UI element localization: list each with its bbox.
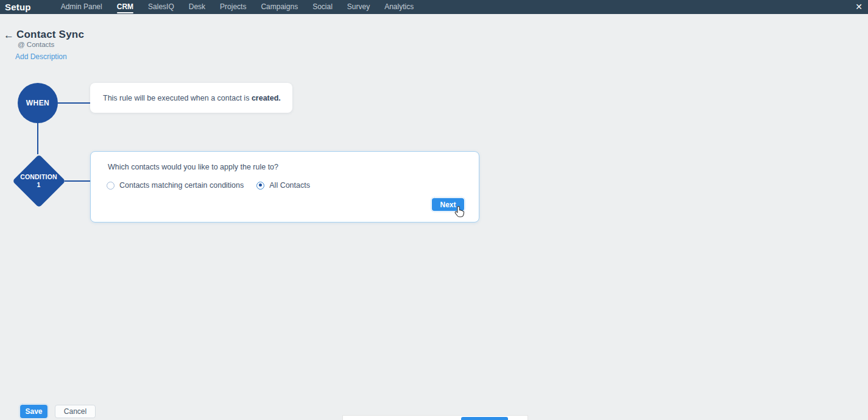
page-title: Contact Sync (16, 29, 84, 41)
module-subtitle: @ Contacts (18, 41, 54, 48)
bottom-dialog-button[interactable] (461, 417, 508, 420)
radio-option-1[interactable]: All Contacts (256, 181, 310, 190)
radio-option-0-label: Contacts matching certain conditions (119, 181, 244, 190)
top-navbar: Setup Admin Panel CRM SalesIQ Desk Proje… (0, 0, 868, 14)
radio-unselected-icon[interactable] (107, 182, 115, 190)
nav-item-salesiq[interactable]: SalesIQ (148, 0, 174, 14)
condition-question: Which contacts would you like to apply t… (108, 163, 278, 171)
nav-item-analytics[interactable]: Analytics (384, 0, 414, 14)
cancel-button[interactable]: Cancel (55, 405, 96, 418)
nav-item-projects[interactable]: Projects (220, 0, 246, 14)
condition-node: CONDITION 1 (12, 154, 65, 208)
when-rule-text: This rule will be executed when a contac… (103, 94, 281, 102)
connector-when-to-card (58, 102, 90, 104)
add-description-link[interactable]: Add Description (15, 52, 67, 61)
condition-node-label: CONDITION 1 (12, 154, 65, 208)
nav-items: Admin Panel CRM SalesIQ Desk Projects Ca… (61, 0, 414, 14)
nav-item-survey[interactable]: Survey (347, 0, 370, 14)
close-icon[interactable]: ✕ (855, 0, 863, 14)
bottom-partial-dialog (342, 415, 528, 420)
hand-cursor-icon (453, 205, 465, 219)
nav-item-admin-panel[interactable]: Admin Panel (61, 0, 102, 14)
when-rule-card[interactable]: This rule will be executed when a contac… (90, 83, 292, 113)
nav-item-desk[interactable]: Desk (189, 0, 205, 14)
when-rule-trigger: created. (252, 94, 281, 102)
when-node-label: WHEN (26, 99, 49, 107)
nav-item-campaigns[interactable]: Campaigns (261, 0, 298, 14)
nav-item-social[interactable]: Social (312, 0, 333, 14)
condition-card: Which contacts would you like to apply t… (90, 151, 479, 222)
back-arrow-icon[interactable]: ← (4, 29, 14, 41)
radio-selected-icon[interactable] (256, 182, 264, 190)
radio-option-0[interactable]: Contacts matching certain conditions (107, 181, 244, 190)
condition-options: Contacts matching certain conditions All… (107, 181, 310, 190)
nav-item-crm[interactable]: CRM (117, 0, 133, 14)
connector-condition-to-card (65, 180, 90, 182)
connector-when-to-condition (37, 123, 38, 154)
when-node: WHEN (18, 83, 58, 123)
radio-option-1-label: All Contacts (269, 181, 310, 190)
save-button[interactable]: Save (20, 405, 48, 418)
setup-brand: Setup (5, 2, 31, 12)
